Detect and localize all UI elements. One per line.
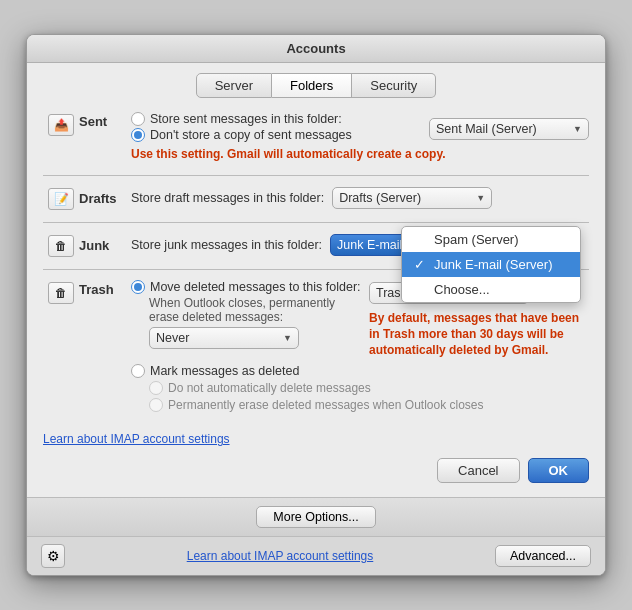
sent-radio-row-2: Don't store a copy of sent messages: [131, 128, 419, 142]
window-title: Accounts: [286, 41, 345, 56]
gear-icon: ⚙: [47, 548, 60, 564]
sent-icon: 📤: [48, 114, 74, 136]
tab-folders[interactable]: Folders: [272, 73, 352, 98]
window-body: Server Folders Security 📤 Sent Store sen…: [27, 63, 605, 497]
trash-note: By default, messages that have been in T…: [369, 310, 589, 359]
sub-radio-2-label: Permanently erase deleted messages when …: [168, 398, 484, 412]
tab-security[interactable]: Security: [352, 73, 436, 98]
trash-radio-row-1: Move deleted messages to this folder:: [131, 280, 361, 294]
sub-radio-row-2: Permanently erase deleted messages when …: [149, 398, 589, 412]
sub-radio-2[interactable]: [149, 398, 163, 412]
divider-1: [43, 175, 589, 176]
tab-server[interactable]: Server: [196, 73, 272, 98]
divider-2: [43, 222, 589, 223]
trash-options: Move deleted messages to this folder: Wh…: [131, 280, 361, 349]
learn-link[interactable]: Learn about IMAP account settings: [43, 432, 230, 446]
popup-label-spam: Spam (Server): [434, 232, 519, 247]
trash-icon-wrap: 🗑: [43, 280, 79, 304]
sent-option1-label: Store sent messages in this folder:: [150, 112, 342, 126]
gear-button[interactable]: ⚙: [41, 544, 65, 568]
popup-item-junk[interactable]: ✓ Junk E-mail (Server): [402, 252, 580, 277]
bottom-buttons: Cancel OK: [43, 458, 589, 483]
drafts-dropdown-arrow: ▼: [476, 193, 485, 203]
popup-label-junk: Junk E-mail (Server): [434, 257, 552, 272]
tabs-row: Server Folders Security: [43, 73, 589, 98]
junk-icon-wrap: 🗑: [43, 233, 79, 257]
bottom-outer-bar: ⚙ Learn about IMAP account settings Adva…: [27, 536, 605, 575]
junk-content: Store junk messages in this folder: Junk…: [131, 234, 589, 256]
ok-button[interactable]: OK: [528, 458, 590, 483]
sent-icon-wrap: 📤: [43, 112, 79, 136]
junk-popup-menu: Spam (Server) ✓ Junk E-mail (Server) Cho…: [401, 226, 581, 303]
advanced-button[interactable]: Advanced...: [495, 545, 591, 567]
drafts-prompt: Store draft messages in this folder:: [131, 191, 324, 205]
sent-section: 📤 Sent Store sent messages in this folde…: [43, 112, 589, 163]
drafts-section: 📝 Drafts Store draft messages in this fo…: [43, 186, 589, 210]
drafts-row: Store draft messages in this folder: Dra…: [131, 187, 589, 209]
drafts-dropdown-text: Drafts (Server): [339, 191, 472, 205]
sent-row: Store sent messages in this folder: Don'…: [131, 112, 589, 144]
junk-icon: 🗑: [48, 235, 74, 257]
more-options-bar: More Options...: [27, 497, 605, 536]
popup-checkmark-junk: ✓: [414, 257, 430, 272]
popup-item-spam[interactable]: Spam (Server): [402, 227, 580, 252]
drafts-label: Drafts: [79, 189, 131, 206]
sent-dropdown-arrow: ▼: [573, 124, 582, 134]
junk-label: Junk: [79, 236, 131, 253]
popup-checkmark-spam: [414, 232, 430, 247]
more-options-button[interactable]: More Options...: [256, 506, 375, 528]
popup-item-choose[interactable]: Choose...: [402, 277, 580, 302]
cancel-button[interactable]: Cancel: [437, 458, 519, 483]
sent-option2-label: Don't store a copy of sent messages: [150, 128, 352, 142]
accounts-window: Accounts Server Folders Security 📤 Sent …: [26, 34, 606, 576]
drafts-content: Store draft messages in this folder: Dra…: [131, 187, 589, 209]
sub-radio-1-label: Do not automatically delete messages: [168, 381, 371, 395]
popup-label-choose: Choose...: [434, 282, 490, 297]
drafts-icon-wrap: 📝: [43, 186, 79, 210]
sent-dropdown[interactable]: Sent Mail (Server) ▼: [429, 118, 589, 140]
drafts-dropdown[interactable]: Drafts (Server) ▼: [332, 187, 492, 209]
never-dropdown-text: Never: [156, 331, 279, 345]
sub-radio-1[interactable]: [149, 381, 163, 395]
titlebar: Accounts: [27, 35, 605, 63]
never-dropdown-arrow: ▼: [283, 333, 292, 343]
sub-radio-row-1: Do not automatically delete messages: [149, 381, 589, 395]
trash-radio-2[interactable]: [131, 364, 145, 378]
trash-icon: 🗑: [48, 282, 74, 304]
never-dropdown[interactable]: Never ▼: [149, 327, 299, 349]
sent-options: Store sent messages in this folder: Don'…: [131, 112, 419, 144]
sent-info-text: Use this setting. Gmail will automatical…: [131, 147, 589, 163]
popup-checkmark-choose: [414, 282, 430, 297]
when-close-text: When Outlook closes, permanently erase d…: [149, 296, 361, 324]
trash-radio-1[interactable]: [131, 280, 145, 294]
junk-prompt: Store junk messages in this folder:: [131, 238, 322, 252]
sent-label: Sent: [79, 112, 131, 129]
trash-label: Trash: [79, 280, 131, 297]
bottom-learn-link[interactable]: Learn about IMAP account settings: [187, 549, 374, 563]
mark-deleted-row: Mark messages as deleted: [131, 364, 589, 378]
trash-option2-label: Mark messages as deleted: [150, 364, 299, 378]
trash-option1-label: Move deleted messages to this folder:: [150, 280, 361, 294]
sent-dropdown-text: Sent Mail (Server): [436, 122, 569, 136]
sent-radio-2[interactable]: [131, 128, 145, 142]
drafts-icon: 📝: [48, 188, 74, 210]
junk-row: Store junk messages in this folder: Junk…: [131, 234, 589, 256]
sent-radio-row-1: Store sent messages in this folder:: [131, 112, 419, 126]
sent-content: Store sent messages in this folder: Don'…: [131, 112, 589, 163]
junk-section: 🗑 Junk Store junk messages in this folde…: [43, 233, 589, 257]
sent-radio-1[interactable]: [131, 112, 145, 126]
